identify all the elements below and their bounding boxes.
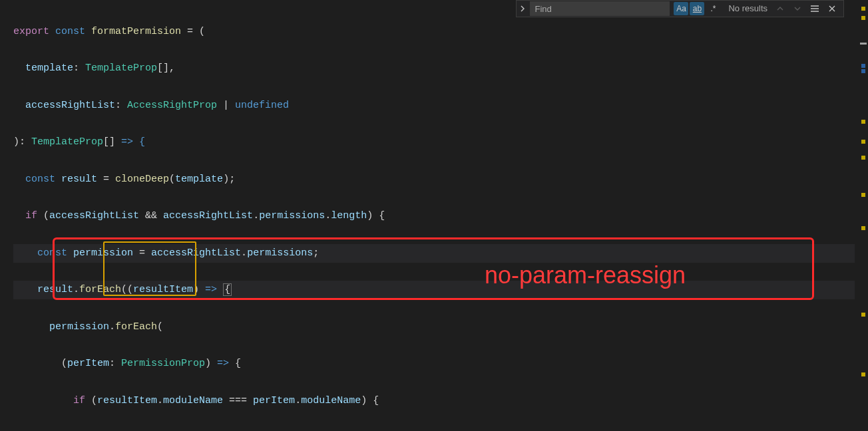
find-in-selection-icon[interactable] bbox=[807, 2, 822, 15]
regex-toggle[interactable]: .* bbox=[706, 2, 720, 15]
code-editor[interactable]: export const formatPermision = ( templat… bbox=[0, 0, 868, 431]
find-prev-icon[interactable] bbox=[773, 2, 787, 15]
match-case-toggle[interactable]: Aa bbox=[674, 2, 688, 15]
find-toggle-replace-icon[interactable] bbox=[517, 1, 529, 17]
find-input[interactable] bbox=[530, 1, 670, 16]
find-close-icon[interactable] bbox=[825, 2, 839, 15]
overview-ruler[interactable] bbox=[857, 0, 868, 431]
find-results-text: No results bbox=[723, 1, 773, 17]
find-next-icon[interactable] bbox=[790, 2, 805, 15]
find-bar: Aa ab .* No results bbox=[516, 0, 844, 17]
match-whole-word-toggle[interactable]: ab bbox=[690, 2, 704, 15]
